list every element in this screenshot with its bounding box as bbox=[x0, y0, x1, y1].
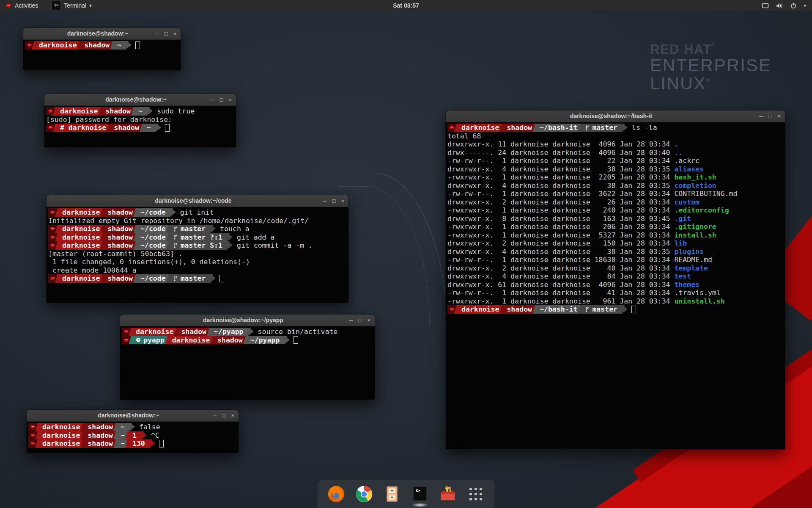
file-list-line: -rw-rw-r--. 1 darknoise darknoise 18630 … bbox=[447, 256, 783, 264]
file-list-line: -rwxrwxr-x. 1 darknoise darknoise 5327 J… bbox=[447, 231, 783, 240]
maximize-button[interactable]: □ bbox=[769, 110, 772, 122]
minimize-button[interactable]: ─ bbox=[213, 410, 217, 421]
display-icon[interactable] bbox=[762, 3, 769, 9]
terminal-content[interactable]: darknoiseshadow~ bbox=[23, 40, 181, 71]
maximize-button[interactable]: □ bbox=[359, 315, 362, 326]
file-name: .travis.yml bbox=[674, 289, 720, 297]
file-name: lib bbox=[674, 239, 687, 247]
dock-app-grid-icon[interactable] bbox=[466, 484, 486, 504]
redhat-prompt-icon bbox=[449, 125, 455, 130]
file-list-line: drwx------. 24 darknoise darknoise 4096 … bbox=[447, 149, 783, 157]
maximize-button[interactable]: □ bbox=[332, 195, 336, 207]
titlebar[interactable]: darknoise@shadow:~/pyapp ─□× bbox=[120, 315, 375, 326]
terminal-content[interactable]: darknoiseshadow~/codegit initInitialized… bbox=[47, 207, 348, 304]
redhat-prompt-icon bbox=[30, 425, 36, 429]
redhat-icon bbox=[5, 3, 12, 8]
terminal-content[interactable]: darknoiseshadow~sudo true[sudo] password… bbox=[44, 106, 236, 148]
power-icon[interactable] bbox=[790, 2, 797, 9]
file-name: install.sh bbox=[674, 231, 716, 239]
terminal-content[interactable]: darknoiseshadow~falsedarknoiseshadow~1^C… bbox=[27, 422, 239, 454]
git-branch-icon bbox=[585, 125, 590, 131]
titlebar[interactable]: darknoise@shadow:~/bash-it ─□× bbox=[446, 110, 785, 122]
file-list-line: -rwxrwxr-x. 1 darknoise darknoise 240 Ja… bbox=[447, 206, 783, 215]
close-button[interactable]: × bbox=[777, 110, 781, 122]
terminal-window-sudo[interactable]: darknoise@shadow:~ ─□× darknoiseshadow~s… bbox=[44, 94, 236, 148]
prompt-line: darknoiseshadow~130 bbox=[28, 439, 237, 448]
command-text: touch a bbox=[216, 225, 250, 233]
system-menu-chevron-icon[interactable]: ▾ bbox=[804, 3, 806, 8]
dock-toolbox-icon[interactable] bbox=[438, 484, 458, 504]
rhel-wallpaper-logo: RED HAT® ENTERPRISE LINUX® bbox=[650, 42, 771, 92]
file-name: CONTRIBUTING.md bbox=[674, 190, 737, 198]
prompt-line: darknoiseshadow~ bbox=[25, 41, 179, 50]
file-name: template bbox=[674, 264, 708, 272]
minimize-button[interactable]: ─ bbox=[323, 195, 326, 207]
clock[interactable]: Sat 03:57 bbox=[0, 2, 812, 9]
rhel-logo-line2: ENTERPRISE bbox=[650, 56, 771, 75]
minimize-button[interactable]: ─ bbox=[155, 28, 159, 39]
dock-terminal-icon[interactable]: $> bbox=[410, 484, 430, 504]
close-button[interactable]: × bbox=[231, 410, 234, 421]
terminal-cursor bbox=[159, 440, 164, 447]
git-branch-icon bbox=[173, 276, 178, 282]
file-name: custom bbox=[674, 198, 700, 206]
redhat-prompt-icon bbox=[30, 433, 36, 438]
terminal-window-home-2[interactable]: darknoise@shadow:~ ─□× darknoiseshadow~f… bbox=[26, 409, 239, 453]
file-name: bash_it.sh bbox=[674, 173, 716, 181]
terminal-window-code[interactable]: darknoise@shadow:~/code ─□× darknoisesha… bbox=[46, 195, 349, 303]
prompt-line: darknoiseshadow~/codemaster S:1git commi… bbox=[48, 241, 347, 250]
dock-firefox-icon[interactable] bbox=[326, 484, 346, 504]
output-line: total 68 bbox=[447, 132, 783, 141]
file-name: completion bbox=[674, 182, 716, 190]
output-line: create mode 100644 a bbox=[48, 266, 347, 275]
titlebar[interactable]: darknoise@shadow:~ ─□× bbox=[44, 94, 236, 106]
window-title: darknoise@shadow:~/code bbox=[72, 195, 315, 207]
terminal-window-home-1[interactable]: darknoise@shadow:~ ─□× darknoiseshadow~ bbox=[23, 28, 181, 71]
dock-chrome-icon[interactable] bbox=[354, 484, 374, 504]
desktop: RED HAT® ENTERPRISE LINUX® Activities $>… bbox=[0, 0, 812, 508]
activities-button[interactable]: Activities bbox=[3, 0, 40, 11]
file-name: . bbox=[674, 140, 678, 148]
file-list-line: drwxrwxr-x. 4 darknoise darknoise 38 Jan… bbox=[447, 165, 783, 174]
terminal-app-icon: $> bbox=[52, 1, 61, 10]
minimize-button[interactable]: ─ bbox=[349, 315, 353, 326]
activities-label: Activities bbox=[15, 2, 38, 9]
titlebar[interactable]: darknoise@shadow:~ ─□× bbox=[23, 28, 181, 40]
maximize-button[interactable]: □ bbox=[165, 28, 168, 39]
file-list-line: -rw-rw-r--. 1 darknoise darknoise 41 Jan… bbox=[447, 289, 783, 297]
file-list-line: drwxrwxr-x. 2 darknoise darknoise 150 Ja… bbox=[447, 239, 783, 248]
minimize-button[interactable]: ─ bbox=[210, 94, 214, 105]
dock-files-icon[interactable] bbox=[382, 484, 402, 504]
file-list-line: -rw-rw-r--. 1 darknoise darknoise 3622 J… bbox=[447, 190, 783, 198]
terminal-window-pyapp[interactable]: darknoise@shadow:~/pyapp ─□× darknoisesh… bbox=[120, 314, 375, 400]
prompt-line: darknoiseshadow~/pyappsource bin/activat… bbox=[122, 328, 373, 336]
focused-app-menu[interactable]: $> Terminal ▾ bbox=[49, 0, 94, 11]
close-button[interactable]: × bbox=[341, 195, 344, 207]
maximize-button[interactable]: □ bbox=[220, 94, 223, 105]
window-title: darknoise@shadow:~ bbox=[49, 28, 147, 39]
output-line: [sudo] password for darknoise: bbox=[46, 116, 234, 124]
titlebar[interactable]: darknoise@shadow:~/code ─□× bbox=[47, 195, 348, 207]
minimize-button[interactable]: ─ bbox=[759, 110, 763, 122]
command-text: false bbox=[135, 423, 160, 431]
maximize-button[interactable]: □ bbox=[222, 410, 226, 421]
volume-icon[interactable] bbox=[776, 3, 783, 9]
redhat-prompt-icon bbox=[49, 276, 56, 281]
terminal-content[interactable]: darknoiseshadow~/bash-itmasterls -latota… bbox=[446, 122, 785, 450]
terminal-cursor bbox=[219, 275, 224, 282]
focused-app-name: Terminal bbox=[64, 2, 86, 9]
close-button[interactable]: × bbox=[173, 28, 176, 39]
prompt-line: # darknoiseshadow~ bbox=[46, 124, 234, 132]
titlebar[interactable]: darknoise@shadow:~ ─□× bbox=[27, 410, 239, 422]
close-button[interactable]: × bbox=[367, 315, 370, 326]
window-title: darknoise@shadow:~ bbox=[70, 94, 202, 105]
git-branch-icon bbox=[173, 243, 178, 248]
output-line: 1 file changed, 0 insertions(+), 0 delet… bbox=[48, 258, 347, 266]
terminal-window-bash-it[interactable]: darknoise@shadow:~/bash-it ─□× darknoise… bbox=[445, 110, 785, 450]
file-name: test bbox=[674, 272, 691, 280]
prompt-line: pyappdarknoiseshadow~/pyapp bbox=[122, 336, 373, 345]
file-list-line: -rwxrwxr-x. 1 darknoise darknoise 2205 J… bbox=[447, 173, 783, 182]
terminal-content[interactable]: darknoiseshadow~/pyappsource bin/activat… bbox=[120, 326, 375, 400]
close-button[interactable]: × bbox=[228, 94, 232, 105]
file-list-line: drwxrwxr-x. 61 darknoise darknoise 4096 … bbox=[447, 281, 783, 289]
